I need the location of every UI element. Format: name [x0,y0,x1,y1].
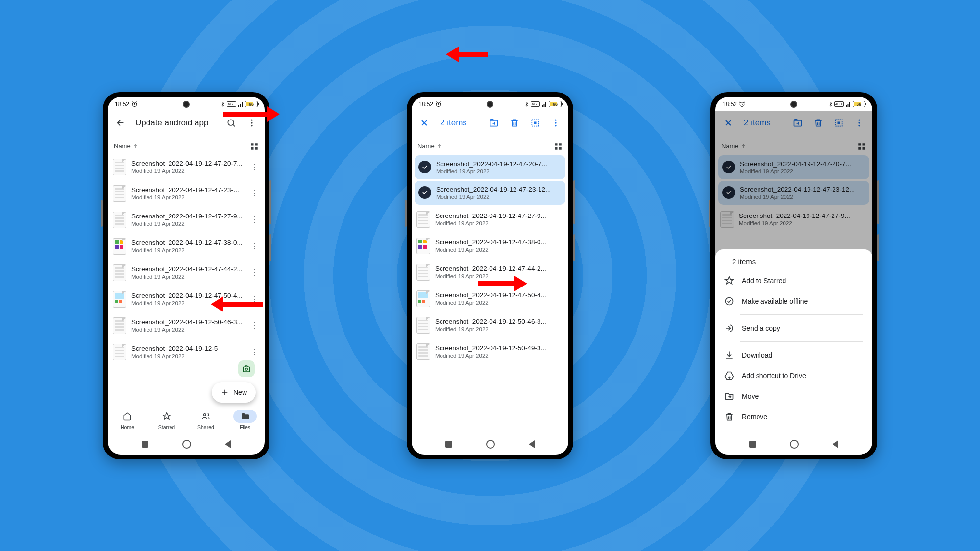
file-row[interactable]: Screenshot_2022-04-19-12-50-49-3...Modif… [412,338,568,365]
delete-icon[interactable] [506,114,523,132]
nav-home-label: Home [121,424,134,430]
selection-count: 2 items [436,118,482,128]
arrow-up-icon [133,144,139,149]
file-modified: Modified 19 Apr 2022 [435,353,564,359]
view-grid-icon[interactable] [554,142,563,151]
overflow-icon[interactable] [547,114,564,132]
file-row[interactable]: Screenshot_2022-04-19-12-47-38-0...Modif… [412,233,568,259]
recents-button[interactable] [142,441,148,448]
sheet-item-label: Add shortcut to Drive [742,372,806,380]
folder-move-icon [724,391,734,401]
file-more-icon[interactable]: ⋮ [248,241,261,251]
home-button[interactable] [182,440,191,449]
status-time: 18:52 [115,101,129,108]
file-row[interactable]: Screenshot_2022-04-19-12-50-46-3...Modif… [412,312,568,338]
alarm-icon [435,101,441,107]
select-all-icon[interactable] [526,114,544,132]
sheet-send-copy[interactable]: Send a copy [715,318,872,338]
file-more-icon[interactable]: ⋮ [248,347,261,357]
sheet-add-starred[interactable]: Add to Starred [715,270,872,291]
nav-starred[interactable]: Starred [155,410,178,430]
bluetooth-icon [828,101,833,107]
file-name: Screenshot_2022-04-19-12-47-23-12... [131,186,243,193]
back-button[interactable] [225,440,231,448]
home-button[interactable] [486,440,495,449]
file-row[interactable]: Screenshot_2022-04-19-12-50-46-3...Modif… [108,312,265,339]
file-modified: Modified 19 Apr 2022 [131,274,243,280]
trash-icon [724,412,734,422]
file-more-icon[interactable]: ⋮ [248,215,261,224]
file-more-icon[interactable]: ⋮ [248,321,261,330]
phone-3: 18:52 4G+66 2 items Name Screenshot_2022… [710,92,877,459]
file-row[interactable]: Screenshot_2022-04-19-12-47-44-2...Modif… [108,260,265,286]
file-row[interactable]: Screenshot_2022-04-19-12-47-23-12...Modi… [415,181,565,205]
file-row[interactable]: Screenshot_2022-04-19-12-47-20-7...Modif… [415,155,565,179]
nav-home[interactable]: Home [116,410,139,430]
camera-button[interactable] [238,360,255,377]
system-nav [715,434,872,455]
fab-label: New [233,388,247,396]
file-row[interactable]: Screenshot_2022-04-19-12-47-27-9...Modif… [412,206,568,233]
camera-cutout [183,101,190,108]
file-row[interactable]: Screenshot_2022-04-19-12-47-20-7...Modif… [108,154,265,180]
nav-files-label: Files [240,424,250,430]
network-badge: 4G+ [834,101,844,107]
file-more-icon[interactable]: ⋮ [248,189,261,198]
signal-icon [541,101,547,107]
file-more-icon[interactable]: ⋮ [248,162,261,171]
svg-point-4 [251,125,252,126]
send-icon [724,323,734,333]
move-icon[interactable] [485,114,503,132]
file-row[interactable]: Screenshot_2022-04-19-12-47-27-9...Modif… [108,207,265,233]
sort-row[interactable]: Name [412,135,568,154]
back-icon[interactable] [112,114,129,132]
sheet-remove[interactable]: Remove [715,407,872,427]
file-more-icon[interactable]: ⋮ [248,268,261,277]
file-name: Screenshot_2022-04-19-12-5 [131,345,243,352]
annotation-arrow [446,47,488,62]
selection-app-bar: 2 items [412,112,568,135]
svg-point-3 [251,122,252,123]
svg-rect-6 [255,143,258,145]
nav-starred-label: Starred [158,424,175,430]
file-row[interactable]: Screenshot_2022-04-19-12-47-23-12...Modi… [108,180,265,207]
back-button[interactable] [833,440,838,448]
drive-icon [724,371,734,381]
plus-icon [220,388,229,397]
alarm-icon [739,101,745,107]
new-fab[interactable]: New [212,382,256,403]
sheet-item-label: Send a copy [742,324,780,332]
sort-label: Name [114,143,131,150]
back-button[interactable] [529,440,535,448]
home-icon [123,412,132,421]
file-modified: Modified 19 Apr 2022 [131,353,243,359]
file-name: Screenshot_2022-04-19-12-47-20-7... [436,160,562,168]
recents-button[interactable] [445,441,452,448]
svg-point-11 [204,413,206,416]
file-name: Screenshot_2022-04-19-12-47-44-2... [131,265,243,273]
file-modified: Modified 19 Apr 2022 [435,247,564,253]
file-name: Screenshot_2022-04-19-12-47-27-9... [435,212,564,219]
file-name: Screenshot_2022-04-19-12-47-38-0... [435,239,564,246]
nav-shared[interactable]: Shared [194,410,218,430]
file-name: Screenshot_2022-04-19-12-47-50-4... [435,291,564,299]
sheet-item-label: Move [742,392,759,400]
close-icon[interactable] [416,114,433,132]
nav-files[interactable]: Files [233,410,257,430]
network-badge: 4G+ [531,101,540,107]
sheet-move[interactable]: Move [715,386,872,407]
page-title: Update android app [132,118,220,128]
recents-button[interactable] [749,441,756,448]
sheet-offline[interactable]: Make available offline [715,291,872,311]
sheet-item-label: Remove [742,413,767,421]
file-modified: Modified 19 Apr 2022 [131,168,243,174]
view-grid-icon[interactable] [250,142,259,151]
annotation-arrow [211,296,263,312]
file-row[interactable]: Screenshot_2022-04-19-12-47-38-0...Modif… [108,233,265,260]
svg-rect-22 [559,147,562,149]
home-button[interactable] [790,440,799,449]
sheet-shortcut[interactable]: Add shortcut to Drive [715,365,872,386]
sheet-download[interactable]: Download [715,345,872,365]
sort-row[interactable]: Name [108,135,265,154]
alarm-icon [131,101,138,107]
